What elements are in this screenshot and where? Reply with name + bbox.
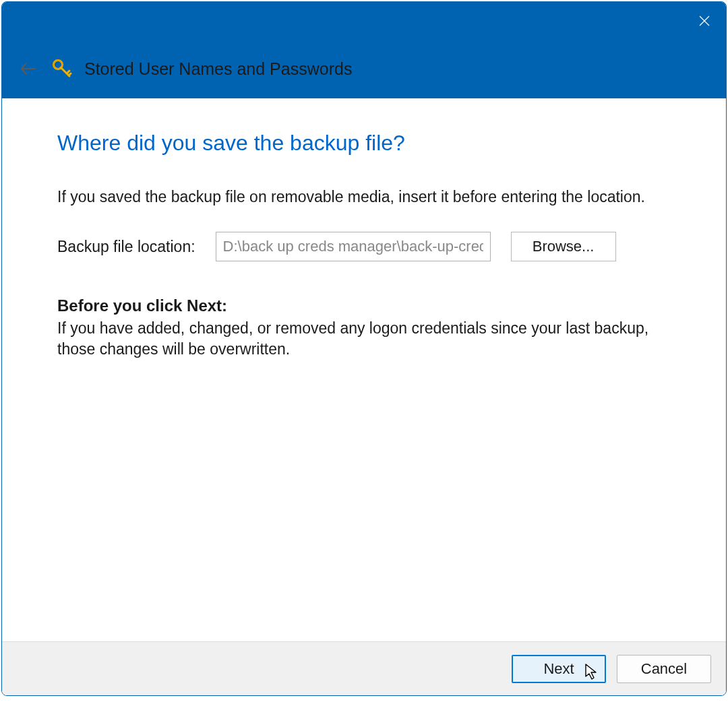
next-button[interactable]: Next [512, 655, 606, 683]
close-icon [698, 14, 711, 28]
svg-line-6 [67, 71, 69, 73]
warning-text: If you have added, changed, or removed a… [57, 318, 650, 360]
titlebar [2, 2, 726, 39]
back-arrow-icon [19, 59, 38, 78]
svg-line-7 [69, 73, 71, 75]
header-title: Stored User Names and Passwords [84, 59, 352, 79]
close-button[interactable] [688, 7, 721, 34]
back-button[interactable] [16, 56, 41, 82]
browse-button[interactable]: Browse... [511, 232, 616, 261]
location-label: Backup file location: [57, 238, 195, 256]
wizard-window: Stored User Names and Passwords Where di… [1, 1, 727, 696]
page-heading: Where did you save the backup file? [57, 131, 679, 156]
warning-title: Before you click Next: [57, 296, 679, 315]
key-icon [52, 59, 72, 79]
footer-bar: Next Cancel [2, 641, 726, 695]
header-bar: Stored User Names and Passwords [2, 39, 726, 98]
location-row: Backup file location: Browse... [57, 232, 679, 261]
backup-location-input[interactable] [216, 232, 491, 261]
instruction-text: If you saved the backup file on removabl… [57, 187, 650, 208]
cancel-button[interactable]: Cancel [617, 655, 711, 683]
content-area: Where did you save the backup file? If y… [2, 98, 726, 641]
